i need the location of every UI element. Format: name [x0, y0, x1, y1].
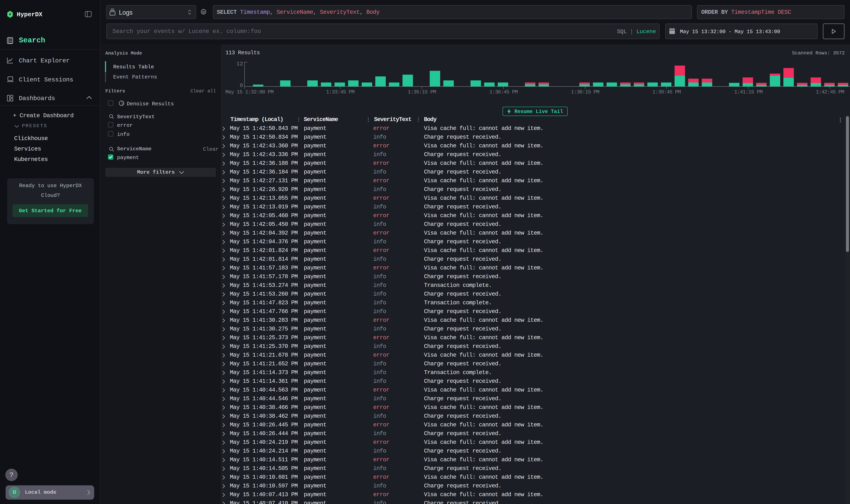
svg-text:1:38:15 PM: 1:38:15 PM: [571, 89, 599, 95]
svg-text:0: 0: [240, 82, 243, 89]
svg-text:1:35:15 PM: 1:35:15 PM: [408, 89, 436, 95]
svg-text:May 15 1:32:00 PM: May 15 1:32:00 PM: [225, 89, 273, 95]
svg-text:1:41:15 PM: 1:41:15 PM: [734, 89, 763, 95]
svg-text:12: 12: [236, 61, 243, 67]
svg-text:1:42:45 PM: 1:42:45 PM: [816, 89, 844, 95]
svg-text:1:39:45 PM: 1:39:45 PM: [652, 89, 681, 95]
svg-text:1:36:45 PM: 1:36:45 PM: [489, 89, 518, 95]
svg-text:1:33:45 PM: 1:33:45 PM: [326, 89, 355, 95]
